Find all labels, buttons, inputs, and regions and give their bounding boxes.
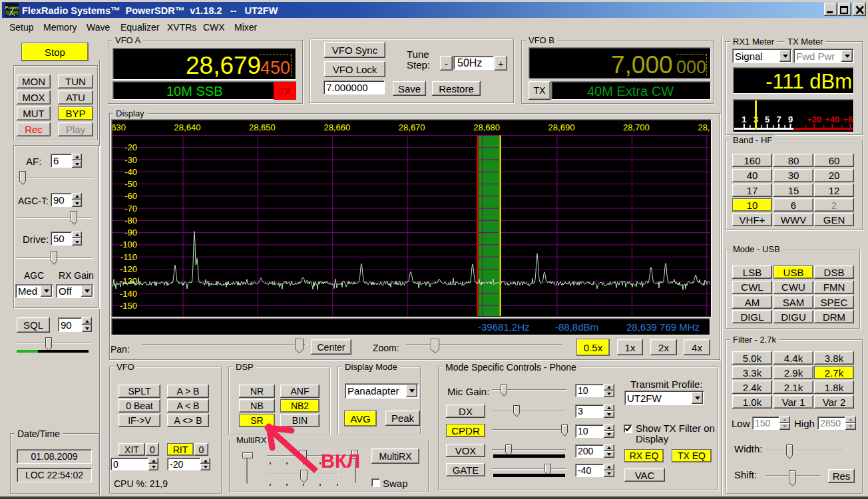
svg-text:7: 7 (776, 114, 781, 124)
svg-text:-50: -50 (124, 179, 137, 189)
svg-text:28,710: 28,710 (698, 122, 710, 132)
svg-text:28,700: 28,700 (623, 122, 650, 132)
svg-text:28,690: 28,690 (548, 122, 575, 132)
svg-text:28,630: 28,630 (112, 122, 126, 132)
svg-text:-70: -70 (124, 204, 137, 214)
svg-text:-80: -80 (124, 216, 137, 226)
svg-text:9: 9 (788, 114, 793, 124)
svg-text:+20: +20 (807, 114, 821, 124)
svg-text:-100: -100 (120, 240, 137, 250)
svg-text:28,680: 28,680 (473, 122, 500, 132)
svg-text:-60: -60 (124, 191, 137, 201)
svg-text:1: 1 (742, 114, 746, 124)
svg-text:-90: -90 (124, 228, 137, 238)
svg-text:-140: -140 (120, 289, 137, 299)
svg-text:-40: -40 (124, 167, 137, 177)
svg-text:+40: +40 (825, 114, 839, 124)
svg-text:28,650: 28,650 (249, 122, 276, 132)
svg-text:-150: -150 (120, 301, 137, 311)
svg-text:28,660: 28,660 (324, 122, 350, 132)
svg-text:+60: +60 (843, 114, 853, 124)
svg-text:5: 5 (765, 114, 769, 124)
svg-text:-110: -110 (120, 252, 137, 262)
svg-text:-30: -30 (124, 155, 137, 165)
svg-text:-120: -120 (120, 264, 137, 274)
svg-text:-20: -20 (124, 142, 137, 152)
svg-text:28,670: 28,670 (399, 122, 425, 132)
svg-text:28,640: 28,640 (174, 122, 201, 132)
